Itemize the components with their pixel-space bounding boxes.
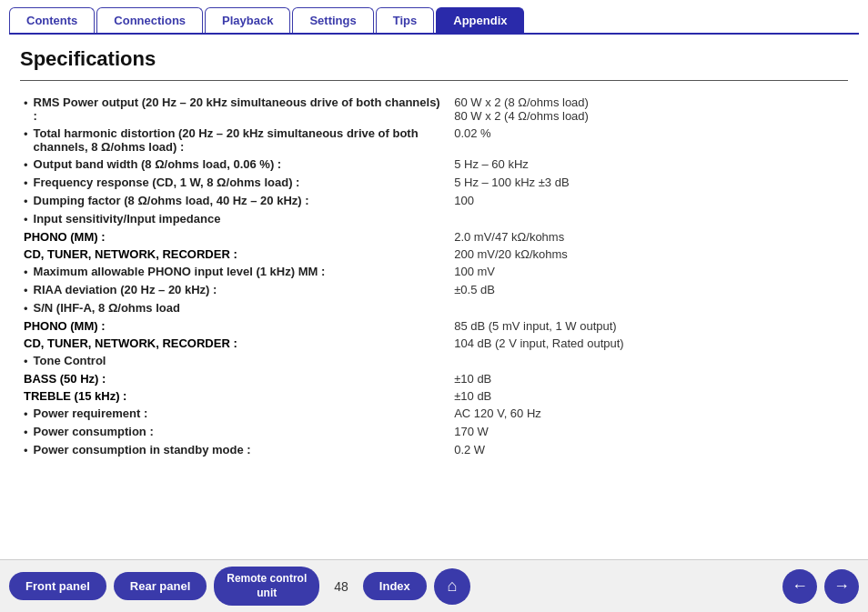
home-icon: ⌂	[447, 577, 457, 596]
front-panel-button[interactable]: Front panel	[9, 572, 106, 600]
spec-value-sn-hdr	[450, 299, 848, 317]
spec-value-treble: ±10 dB	[450, 387, 848, 405]
spec-value-cd-tuner-sn: 104 dB (2 V input, Rated output)	[450, 335, 848, 352]
spec-label-rms: • RMS Power output (20 Hz – 20 kHz simul…	[20, 94, 450, 125]
spec-label-standby: • Power consumption in standby mode :	[20, 441, 450, 459]
main-content: Specifications • RMS Power output (20 Hz…	[9, 33, 859, 468]
rear-panel-button[interactable]: Rear panel	[114, 572, 207, 600]
spec-row-phono-sn: PHONO (MM) : 85 dB (5 mV input, 1 W outp…	[20, 317, 848, 335]
bullet-icon: •	[24, 266, 28, 279]
bullet-icon: •	[24, 158, 28, 172]
prev-page-button[interactable]: ←	[782, 569, 817, 604]
spec-row-freq: • Frequency response (CD, 1 W, 8 Ω/ohms …	[20, 174, 848, 192]
spec-value-phono-sn: 85 dB (5 mV input, 1 W output)	[450, 317, 848, 335]
remote-control-button[interactable]: Remote control unit	[214, 567, 319, 606]
spec-label-phono-sn: PHONO (MM) :	[20, 317, 450, 335]
bullet-icon: •	[24, 127, 28, 141]
spec-row-standby: • Power consumption in standby mode : 0.…	[20, 441, 848, 459]
spec-value-phono-mm: 2.0 mV/47 kΩ/kohms	[450, 228, 848, 246]
spec-label-treble: TREBLE (15 kHz) :	[20, 387, 450, 405]
spec-label-cd-tuner-sn: CD, TUNER, NETWORK, RECORDER :	[20, 335, 450, 352]
index-button[interactable]: Index	[363, 572, 427, 600]
spec-row-dump: • Dumping factor (8 Ω/ohms load, 40 Hz –…	[20, 192, 848, 210]
spec-row-bass: BASS (50 Hz) : ±10 dB	[20, 370, 848, 387]
tab-tips[interactable]: Tips	[376, 7, 435, 33]
tab-connections[interactable]: Connections	[96, 7, 203, 33]
spec-label-input-hdr: • Input sensitivity/Input impedance	[20, 210, 450, 228]
spec-row-tone-hdr: • Tone Control	[20, 352, 848, 370]
bullet-icon: •	[24, 176, 28, 190]
spec-row-input-hdr: • Input sensitivity/Input impedance	[20, 210, 848, 228]
prev-arrow-icon: ←	[792, 577, 808, 596]
spec-label-max-phono: • Maximum allowable PHONO input level (1…	[20, 263, 450, 281]
spec-row-obw: • Output band width (8 Ω/ohms load, 0.06…	[20, 156, 848, 174]
spec-label-obw: • Output band width (8 Ω/ohms load, 0.06…	[20, 156, 450, 174]
spec-value-tone-hdr	[450, 352, 848, 370]
spec-value-power-req: AC 120 V, 60 Hz	[450, 405, 848, 423]
bullet-icon: •	[24, 302, 28, 316]
spec-value-max-phono: 100 mV	[450, 263, 848, 281]
spec-row-thd: • Total harmonic distortion (20 Hz – 20 …	[20, 125, 848, 156]
spec-row-rms-power: • RMS Power output (20 Hz – 20 kHz simul…	[20, 94, 848, 125]
spec-label-phono-mm: PHONO (MM) :	[20, 228, 450, 246]
spec-row-cd-tuner-sn: CD, TUNER, NETWORK, RECORDER : 104 dB (2…	[20, 335, 848, 352]
bullet-icon: •	[24, 284, 28, 297]
spec-row-riaa: • RIAA deviation (20 Hz – 20 kHz) : ±0.5…	[20, 281, 848, 299]
bullet-icon: •	[24, 213, 28, 226]
spec-row-max-phono: • Maximum allowable PHONO input level (1…	[20, 263, 848, 281]
spec-row-power-req: • Power requirement : AC 120 V, 60 Hz	[20, 405, 848, 423]
spec-value-rms: 60 W x 2 (8 Ω/ohms load)80 W x 2 (4 Ω/oh…	[450, 94, 848, 125]
spec-value-bass: ±10 dB	[450, 370, 848, 387]
tab-appendix[interactable]: Appendix	[436, 7, 524, 33]
spec-value-dump: 100	[450, 192, 848, 210]
tab-playback[interactable]: Playback	[205, 7, 290, 33]
spec-value-obw: 5 Hz – 60 kHz	[450, 156, 848, 174]
spec-row-power-cons: • Power consumption : 170 W	[20, 423, 848, 441]
spec-label-bass: BASS (50 Hz) :	[20, 370, 450, 387]
title-separator	[20, 80, 848, 81]
spec-label-power-cons: • Power consumption :	[20, 423, 450, 441]
page-number: 48	[327, 579, 356, 594]
home-button[interactable]: ⌂	[434, 568, 470, 605]
tab-bar: Contents Connections Playback Settings T…	[0, 0, 868, 33]
spec-value-power-cons: 170 W	[450, 423, 848, 441]
spec-value-standby: 0.2 W	[450, 441, 848, 459]
spec-row-treble: TREBLE (15 kHz) : ±10 dB	[20, 387, 848, 405]
bullet-icon: •	[24, 195, 28, 208]
page-title: Specifications	[20, 47, 848, 71]
spec-label-tone-hdr: • Tone Control	[20, 352, 450, 370]
tab-settings[interactable]: Settings	[292, 7, 373, 33]
tab-contents[interactable]: Contents	[9, 7, 95, 33]
spec-label-freq: • Frequency response (CD, 1 W, 8 Ω/ohms …	[20, 174, 450, 192]
spec-value-riaa: ±0.5 dB	[450, 281, 848, 299]
next-arrow-icon: →	[833, 577, 850, 596]
bullet-icon: •	[24, 355, 28, 368]
spec-row-phono-mm: PHONO (MM) : 2.0 mV/47 kΩ/kohms	[20, 228, 848, 246]
spec-label-cd-tuner: CD, TUNER, NETWORK, RECORDER :	[20, 246, 450, 263]
spec-value-thd: 0.02 %	[450, 125, 848, 156]
bullet-icon: •	[24, 96, 28, 110]
next-page-button[interactable]: →	[824, 569, 859, 604]
spec-row-cd-tuner: CD, TUNER, NETWORK, RECORDER : 200 mV/20…	[20, 246, 848, 263]
spec-label-sn-hdr: • S/N (IHF-A, 8 Ω/ohms load	[20, 299, 450, 317]
spec-value-input-hdr	[450, 210, 848, 228]
bullet-icon: •	[24, 407, 28, 421]
spec-label-riaa: • RIAA deviation (20 Hz – 20 kHz) :	[20, 281, 450, 299]
spec-row-sn-hdr: • S/N (IHF-A, 8 Ω/ohms load	[20, 299, 848, 317]
spec-label-thd: • Total harmonic distortion (20 Hz – 20 …	[20, 125, 450, 156]
spec-value-cd-tuner: 200 mV/20 kΩ/kohms	[450, 246, 848, 263]
spec-value-freq: 5 Hz – 100 kHz ±3 dB	[450, 174, 848, 192]
spec-label-power-req: • Power requirement :	[20, 405, 450, 423]
bullet-icon: •	[24, 444, 28, 457]
spec-label-dump: • Dumping factor (8 Ω/ohms load, 40 Hz –…	[20, 192, 450, 210]
specs-table: • RMS Power output (20 Hz – 20 kHz simul…	[20, 94, 848, 459]
bottom-nav: Front panel Rear panel Remote control un…	[0, 559, 868, 612]
bullet-icon: •	[24, 426, 28, 439]
